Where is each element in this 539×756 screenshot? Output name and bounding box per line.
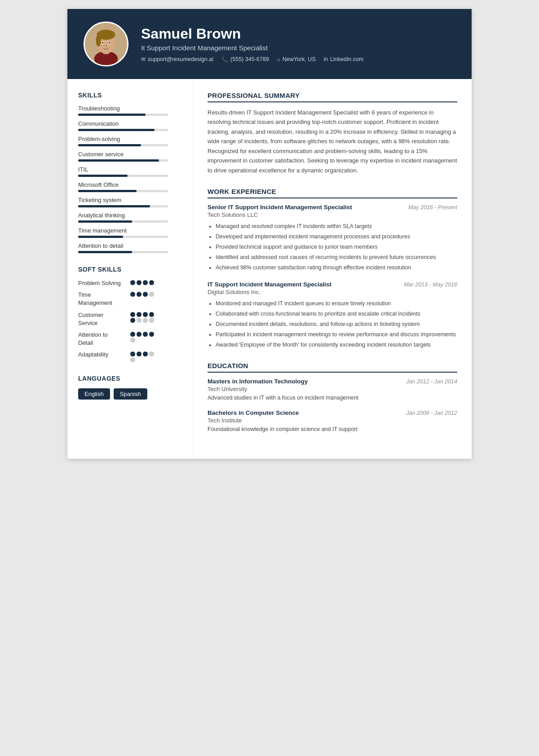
edu-school: Tech Institute bbox=[208, 417, 457, 424]
education-list: Masters in Information Technology Jan 20… bbox=[208, 378, 457, 434]
svg-point-9 bbox=[109, 42, 110, 44]
dot bbox=[143, 292, 148, 297]
education-title: EDUCATION bbox=[208, 362, 457, 373]
skill-item: Microsoft Office bbox=[78, 181, 182, 192]
skill-name: Customer service bbox=[78, 151, 182, 158]
job-company: Tech Solutions LLC bbox=[208, 211, 457, 218]
skill-bar-fill bbox=[78, 190, 137, 192]
soft-skill-dots bbox=[130, 291, 154, 297]
email-contact: ✉ support@resumedesign.ai bbox=[141, 56, 213, 62]
email-value: support@resumedesign.ai bbox=[148, 56, 213, 62]
edu-school: Tech University bbox=[208, 386, 457, 392]
candidate-title: It Support Incident Management Specialis… bbox=[141, 44, 363, 52]
skill-item: Troubleshooting bbox=[78, 105, 182, 116]
jobs-list: Senior IT Support Incident Management Sp… bbox=[208, 204, 457, 349]
skill-name: Troubleshooting bbox=[78, 105, 182, 112]
soft-skill-name: Attention toDetail bbox=[78, 331, 128, 347]
dot bbox=[130, 332, 135, 337]
job-bullet: Managed and resolved complex IT incident… bbox=[216, 222, 457, 231]
skill-bar-bg bbox=[78, 159, 168, 162]
summary-title: PROFESSIONAL SUMMARY bbox=[208, 92, 457, 102]
linkedin-value: LinkedIn.com bbox=[330, 56, 363, 62]
dot bbox=[149, 280, 154, 285]
skill-name: Problem-solving bbox=[78, 136, 182, 142]
skill-item: Attention to detail bbox=[78, 242, 182, 253]
dot bbox=[137, 332, 141, 337]
work-experience-section: WORK EXPERIENCE Senior IT Support Incide… bbox=[208, 188, 457, 349]
dot bbox=[149, 332, 154, 337]
dot bbox=[137, 352, 141, 356]
work-experience-title: WORK EXPERIENCE bbox=[208, 188, 457, 198]
dot bbox=[143, 318, 148, 323]
skill-bar-fill bbox=[78, 220, 132, 223]
job-header: IT Support Incident Management Specialis… bbox=[208, 281, 457, 288]
dot bbox=[143, 332, 148, 337]
job-date: Mar 2013 - May 2016 bbox=[404, 281, 457, 288]
skill-bar-fill bbox=[78, 114, 146, 116]
skill-bar-fill bbox=[78, 144, 141, 146]
language-tag: English bbox=[78, 388, 110, 400]
soft-skill-item: TimeManagement bbox=[78, 291, 182, 307]
job-bullet: Documented incident details, resolutions… bbox=[216, 320, 457, 329]
job-bullets: Monitored and managed IT incident queues… bbox=[208, 299, 457, 349]
dot bbox=[149, 292, 154, 297]
dot bbox=[130, 318, 135, 323]
dot bbox=[149, 352, 154, 356]
job-title: IT Support Incident Management Specialis… bbox=[208, 281, 331, 288]
linkedin-icon: in bbox=[324, 56, 328, 62]
skill-name: Attention to detail bbox=[78, 242, 182, 249]
job-item: IT Support Incident Management Specialis… bbox=[208, 281, 457, 349]
job-bullets: Managed and resolved complex IT incident… bbox=[208, 222, 457, 272]
skill-item: Customer service bbox=[78, 151, 182, 162]
skill-item: Communication bbox=[78, 120, 182, 131]
contact-row: ✉ support@resumedesign.ai 📞 (555) 345-67… bbox=[141, 56, 363, 62]
skill-name: Ticketing system bbox=[78, 197, 182, 203]
body: SKILLS Troubleshooting Communication Pro… bbox=[67, 79, 472, 459]
soft-skill-item: CustomerService bbox=[78, 311, 182, 327]
job-item: Senior IT Support Incident Management Sp… bbox=[208, 204, 457, 272]
skill-name: Analytical thinking bbox=[78, 212, 182, 219]
skill-bar-fill bbox=[78, 129, 155, 131]
avatar bbox=[84, 22, 128, 66]
skills-title: SKILLS bbox=[78, 92, 182, 99]
edu-desc: Foundational knowledge in computer scien… bbox=[208, 425, 457, 434]
education-section: EDUCATION Masters in Information Technol… bbox=[208, 362, 457, 434]
soft-skill-item: Adaptability bbox=[78, 351, 182, 362]
skill-bar-bg bbox=[78, 236, 168, 238]
edu-date: Jan 2012 - Jan 2014 bbox=[406, 378, 457, 385]
header: Samuel Brown It Support Incident Managem… bbox=[67, 9, 472, 79]
skill-name: Communication bbox=[78, 120, 182, 127]
skill-bar-fill bbox=[78, 205, 150, 207]
edu-degree: Masters in Information Technology bbox=[208, 378, 308, 385]
edu-item: Bachelors in Computer Science Jan 2008 -… bbox=[208, 409, 457, 434]
skill-bar-bg bbox=[78, 251, 168, 253]
svg-point-8 bbox=[102, 42, 104, 44]
soft-skill-name: Adaptability bbox=[78, 351, 128, 359]
edu-degree: Bachelors in Computer Science bbox=[208, 409, 299, 416]
dot bbox=[143, 352, 148, 356]
skill-bar-bg bbox=[78, 144, 168, 146]
soft-skill-dots bbox=[130, 279, 154, 285]
dot bbox=[149, 318, 154, 323]
dot bbox=[130, 338, 135, 343]
job-title: Senior IT Support Incident Management Sp… bbox=[208, 204, 352, 211]
email-icon: ✉ bbox=[141, 56, 146, 62]
summary-section: PROFESSIONAL SUMMARY Results-driven IT S… bbox=[208, 92, 457, 175]
soft-skills-section: SOFT SKILLS Problem SolvingTimeManagemen… bbox=[78, 266, 182, 362]
job-bullet: Developed and implemented incident manag… bbox=[216, 232, 457, 241]
dot bbox=[130, 292, 135, 297]
job-bullet: Participated in incident management meet… bbox=[216, 330, 457, 339]
svg-point-5 bbox=[96, 35, 101, 46]
skill-bar-bg bbox=[78, 129, 168, 131]
edu-header: Bachelors in Computer Science Jan 2008 -… bbox=[208, 409, 457, 416]
edu-desc: Advanced studies in IT with a focus on i… bbox=[208, 394, 457, 402]
soft-skill-dots bbox=[130, 331, 154, 343]
soft-skill-name: TimeManagement bbox=[78, 291, 128, 307]
job-company: Digital Solutions Inc. bbox=[208, 289, 457, 295]
dot bbox=[137, 318, 141, 323]
skill-bar-bg bbox=[78, 190, 168, 192]
phone-value: (555) 345-6789 bbox=[230, 56, 269, 62]
linkedin-contact[interactable]: in LinkedIn.com bbox=[324, 56, 364, 62]
skill-name: Time management bbox=[78, 227, 182, 234]
soft-skill-dots bbox=[130, 311, 154, 323]
